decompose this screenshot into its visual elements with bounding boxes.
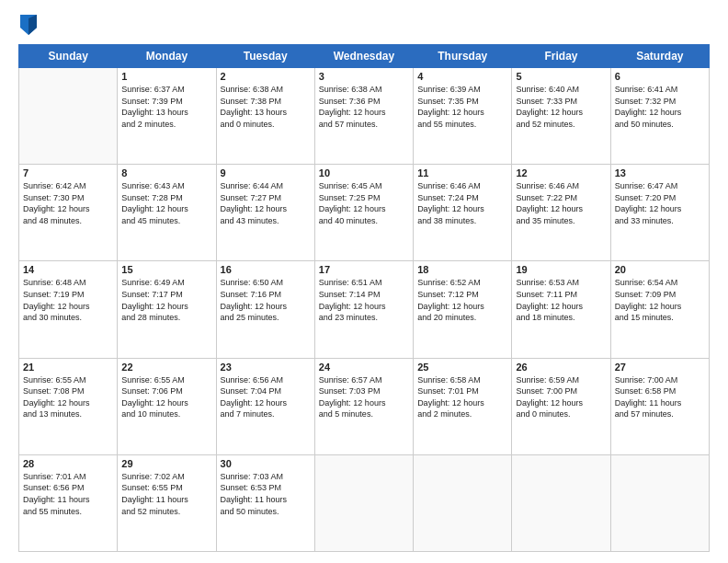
calendar-cell: 29Sunrise: 7:02 AM Sunset: 6:55 PM Dayli… — [118, 454, 216, 551]
calendar-cell: 28Sunrise: 7:01 AM Sunset: 6:56 PM Dayli… — [19, 454, 118, 551]
day-info: Sunrise: 6:46 AM Sunset: 7:22 PM Dayligh… — [516, 180, 606, 226]
calendar-header-friday: Friday — [512, 45, 610, 68]
calendar-cell: 22Sunrise: 6:55 AM Sunset: 7:06 PM Dayli… — [118, 358, 216, 454]
calendar-cell: 18Sunrise: 6:52 AM Sunset: 7:12 PM Dayli… — [414, 261, 512, 358]
page: SundayMondayTuesdayWednesdayThursdayFrid… — [0, 0, 728, 563]
day-number: 19 — [516, 264, 606, 275]
day-info: Sunrise: 6:53 AM Sunset: 7:11 PM Dayligh… — [516, 277, 606, 323]
calendar-cell: 7Sunrise: 6:42 AM Sunset: 7:30 PM Daylig… — [19, 165, 118, 261]
day-info: Sunrise: 7:03 AM Sunset: 6:53 PM Dayligh… — [221, 471, 311, 517]
day-info: Sunrise: 6:47 AM Sunset: 7:20 PM Dayligh… — [615, 180, 705, 226]
calendar-header-tuesday: Tuesday — [216, 45, 314, 68]
day-info: Sunrise: 6:58 AM Sunset: 7:01 PM Dayligh… — [417, 374, 507, 420]
calendar-cell — [314, 454, 413, 551]
calendar-cell: 15Sunrise: 6:49 AM Sunset: 7:17 PM Dayli… — [118, 261, 216, 358]
day-number: 1 — [121, 71, 211, 82]
day-number: 10 — [319, 167, 409, 178]
day-number: 13 — [615, 167, 705, 178]
day-info: Sunrise: 6:37 AM Sunset: 7:39 PM Dayligh… — [121, 84, 211, 130]
calendar-cell: 17Sunrise: 6:51 AM Sunset: 7:14 PM Dayli… — [314, 261, 413, 358]
calendar-cell: 4Sunrise: 6:39 AM Sunset: 7:35 PM Daylig… — [414, 68, 512, 165]
calendar-cell: 26Sunrise: 6:59 AM Sunset: 7:00 PM Dayli… — [512, 358, 610, 454]
day-info: Sunrise: 6:59 AM Sunset: 7:00 PM Dayligh… — [516, 374, 606, 420]
day-number: 30 — [221, 458, 311, 469]
day-number: 3 — [319, 71, 409, 82]
calendar-cell — [19, 68, 118, 165]
calendar-header-sunday: Sunday — [19, 45, 118, 68]
day-info: Sunrise: 6:57 AM Sunset: 7:03 PM Dayligh… — [319, 374, 409, 420]
day-number: 21 — [23, 362, 113, 373]
day-info: Sunrise: 6:43 AM Sunset: 7:28 PM Dayligh… — [121, 180, 211, 226]
day-info: Sunrise: 6:56 AM Sunset: 7:04 PM Dayligh… — [221, 374, 311, 420]
calendar-cell: 10Sunrise: 6:45 AM Sunset: 7:25 PM Dayli… — [314, 165, 413, 261]
day-info: Sunrise: 6:51 AM Sunset: 7:14 PM Dayligh… — [319, 277, 409, 323]
day-info: Sunrise: 7:01 AM Sunset: 6:56 PM Dayligh… — [23, 471, 113, 517]
calendar-cell: 13Sunrise: 6:47 AM Sunset: 7:20 PM Dayli… — [610, 165, 709, 261]
calendar-week-1: 1Sunrise: 6:37 AM Sunset: 7:39 PM Daylig… — [19, 68, 710, 165]
day-info: Sunrise: 6:48 AM Sunset: 7:19 PM Dayligh… — [23, 277, 113, 323]
day-number: 11 — [417, 167, 507, 178]
calendar-week-5: 28Sunrise: 7:01 AM Sunset: 6:56 PM Dayli… — [19, 454, 710, 551]
calendar-cell — [610, 454, 709, 551]
calendar-cell: 16Sunrise: 6:50 AM Sunset: 7:16 PM Dayli… — [216, 261, 314, 358]
day-number: 20 — [615, 264, 705, 275]
calendar-cell: 20Sunrise: 6:54 AM Sunset: 7:09 PM Dayli… — [610, 261, 709, 358]
header — [18, 15, 710, 35]
calendar-cell: 6Sunrise: 6:41 AM Sunset: 7:32 PM Daylig… — [610, 68, 709, 165]
calendar-header-wednesday: Wednesday — [314, 45, 413, 68]
logo — [18, 15, 42, 35]
calendar-cell — [414, 454, 512, 551]
calendar-header-row: SundayMondayTuesdayWednesdayThursdayFrid… — [19, 45, 710, 68]
day-info: Sunrise: 6:42 AM Sunset: 7:30 PM Dayligh… — [23, 180, 113, 226]
calendar-cell: 21Sunrise: 6:55 AM Sunset: 7:08 PM Dayli… — [19, 358, 118, 454]
calendar-header-monday: Monday — [118, 45, 216, 68]
day-info: Sunrise: 6:54 AM Sunset: 7:09 PM Dayligh… — [615, 277, 705, 323]
day-number: 15 — [121, 264, 211, 275]
day-number: 23 — [221, 362, 311, 373]
calendar-cell: 23Sunrise: 6:56 AM Sunset: 7:04 PM Dayli… — [216, 358, 314, 454]
day-number: 28 — [23, 458, 113, 469]
day-number: 6 — [615, 71, 705, 82]
day-info: Sunrise: 6:38 AM Sunset: 7:36 PM Dayligh… — [319, 84, 409, 130]
day-info: Sunrise: 6:39 AM Sunset: 7:35 PM Dayligh… — [417, 84, 507, 130]
calendar-cell: 12Sunrise: 6:46 AM Sunset: 7:22 PM Dayli… — [512, 165, 610, 261]
day-info: Sunrise: 6:44 AM Sunset: 7:27 PM Dayligh… — [221, 180, 311, 226]
calendar-week-2: 7Sunrise: 6:42 AM Sunset: 7:30 PM Daylig… — [19, 165, 710, 261]
day-number: 4 — [417, 71, 507, 82]
day-info: Sunrise: 6:50 AM Sunset: 7:16 PM Dayligh… — [221, 277, 311, 323]
day-info: Sunrise: 7:02 AM Sunset: 6:55 PM Dayligh… — [121, 471, 211, 517]
day-number: 29 — [121, 458, 211, 469]
day-number: 26 — [516, 362, 606, 373]
calendar-cell: 24Sunrise: 6:57 AM Sunset: 7:03 PM Dayli… — [314, 358, 413, 454]
day-info: Sunrise: 6:46 AM Sunset: 7:24 PM Dayligh… — [417, 180, 507, 226]
day-info: Sunrise: 6:55 AM Sunset: 7:06 PM Dayligh… — [121, 374, 211, 420]
calendar-cell — [512, 454, 610, 551]
calendar-cell: 9Sunrise: 6:44 AM Sunset: 7:27 PM Daylig… — [216, 165, 314, 261]
calendar-table: SundayMondayTuesdayWednesdayThursdayFrid… — [18, 44, 710, 552]
day-number: 14 — [23, 264, 113, 275]
calendar-header-thursday: Thursday — [414, 45, 512, 68]
logo-icon — [20, 15, 37, 35]
day-number: 18 — [417, 264, 507, 275]
day-number: 8 — [121, 167, 211, 178]
day-number: 12 — [516, 167, 606, 178]
calendar-cell: 1Sunrise: 6:37 AM Sunset: 7:39 PM Daylig… — [118, 68, 216, 165]
day-info: Sunrise: 6:41 AM Sunset: 7:32 PM Dayligh… — [615, 84, 705, 130]
day-number: 9 — [221, 167, 311, 178]
day-info: Sunrise: 6:52 AM Sunset: 7:12 PM Dayligh… — [417, 277, 507, 323]
calendar-cell: 14Sunrise: 6:48 AM Sunset: 7:19 PM Dayli… — [19, 261, 118, 358]
day-info: Sunrise: 6:45 AM Sunset: 7:25 PM Dayligh… — [319, 180, 409, 226]
calendar-cell: 25Sunrise: 6:58 AM Sunset: 7:01 PM Dayli… — [414, 358, 512, 454]
calendar-cell: 2Sunrise: 6:38 AM Sunset: 7:38 PM Daylig… — [216, 68, 314, 165]
day-number: 7 — [23, 167, 113, 178]
day-info: Sunrise: 6:55 AM Sunset: 7:08 PM Dayligh… — [23, 374, 113, 420]
calendar-body: 1Sunrise: 6:37 AM Sunset: 7:39 PM Daylig… — [19, 68, 710, 552]
calendar-header-saturday: Saturday — [610, 45, 709, 68]
day-number: 5 — [516, 71, 606, 82]
day-number: 2 — [221, 71, 311, 82]
calendar-cell: 30Sunrise: 7:03 AM Sunset: 6:53 PM Dayli… — [216, 454, 314, 551]
calendar-cell: 27Sunrise: 7:00 AM Sunset: 6:58 PM Dayli… — [610, 358, 709, 454]
day-number: 25 — [417, 362, 507, 373]
day-info: Sunrise: 6:40 AM Sunset: 7:33 PM Dayligh… — [516, 84, 606, 130]
calendar-week-4: 21Sunrise: 6:55 AM Sunset: 7:08 PM Dayli… — [19, 358, 710, 454]
